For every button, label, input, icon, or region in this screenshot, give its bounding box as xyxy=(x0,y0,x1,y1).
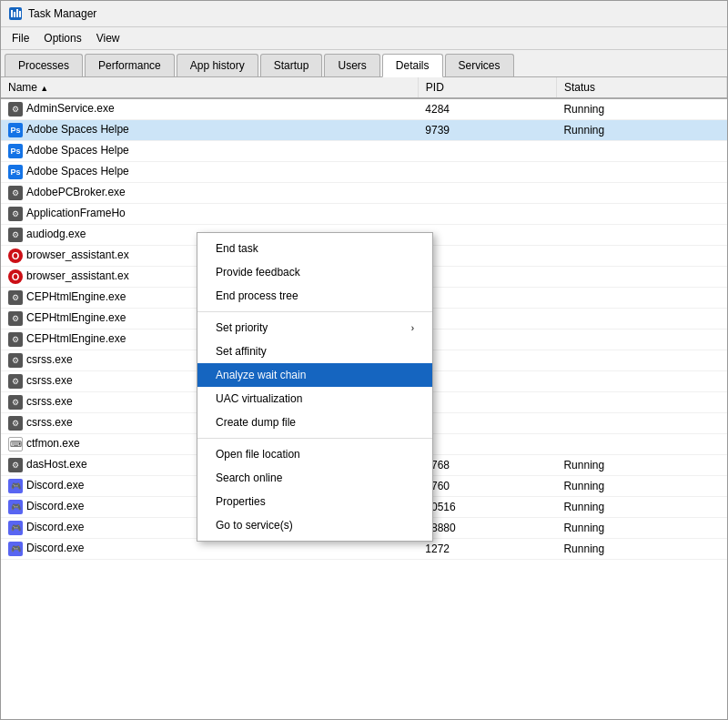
process-pid: 8768 xyxy=(418,455,556,476)
process-name-cell: PsAdobe Spaces Helpe xyxy=(1,162,418,183)
process-status xyxy=(556,288,726,309)
context-menu-item[interactable]: Create dump file xyxy=(197,411,432,434)
process-status: Running xyxy=(556,98,726,120)
table-row[interactable]: ⚙AdminService.exe4284Running xyxy=(1,98,727,120)
menu-file[interactable]: File xyxy=(5,29,36,47)
process-icon: ⚙ xyxy=(8,353,23,368)
context-menu-item[interactable]: Open file location xyxy=(197,442,432,466)
process-name: CEPHtmlEngine.exe xyxy=(26,290,126,303)
process-pid xyxy=(418,267,556,288)
context-menu-item[interactable]: End task xyxy=(197,237,432,260)
context-menu-item[interactable]: UAC virtualization xyxy=(197,387,432,411)
tab-users[interactable]: Users xyxy=(324,54,379,76)
submenu-arrow-icon: › xyxy=(411,323,414,333)
process-icon: 🎮 xyxy=(8,542,23,556)
context-menu-item-label: Provide feedback xyxy=(216,266,300,279)
tab-processes[interactable]: Processes xyxy=(5,54,83,76)
process-icon: ⚙ xyxy=(8,228,23,242)
sort-indicator: ▲ xyxy=(40,84,48,93)
context-menu-item[interactable]: Search online xyxy=(197,466,432,490)
context-menu-item-label: Properties xyxy=(216,495,266,508)
context-menu-item-label: Create dump file xyxy=(216,416,296,429)
svg-rect-3 xyxy=(16,9,18,17)
menu-bar: File Options View xyxy=(1,27,727,50)
col-status[interactable]: Status xyxy=(556,77,726,98)
process-icon: ⚙ xyxy=(8,311,23,326)
process-pid xyxy=(418,371,556,392)
svg-rect-4 xyxy=(19,11,21,17)
process-name-cell: ⚙AdobePCBroker.exe xyxy=(1,183,418,204)
process-status xyxy=(556,204,726,225)
context-menu-item-label: End process tree xyxy=(216,289,298,302)
process-pid xyxy=(418,183,556,204)
col-name[interactable]: Name ▲ xyxy=(1,77,418,98)
process-status xyxy=(556,434,726,455)
process-name-cell: PsAdobe Spaces Helpe xyxy=(1,120,418,141)
process-name: AdobePCBroker.exe xyxy=(26,186,126,198)
title-bar-title: Task Manager xyxy=(28,7,96,20)
context-menu-item[interactable]: End process tree xyxy=(197,284,432,308)
process-name-cell: ⚙ApplicationFrameHo xyxy=(1,204,418,225)
process-name: csrss.exe xyxy=(26,353,73,366)
process-pid xyxy=(418,413,556,434)
task-manager-window: Task Manager File Options View Processes… xyxy=(0,0,728,720)
process-pid: 9739 xyxy=(418,120,556,141)
tab-performance[interactable]: Performance xyxy=(85,54,175,76)
table-row[interactable]: PsAdobe Spaces Helpe9739Running xyxy=(1,120,727,141)
menu-view[interactable]: View xyxy=(89,29,127,47)
process-name: CEPHtmlEngine.exe xyxy=(26,332,126,345)
context-menu-item[interactable]: Analyze wait chain xyxy=(197,363,432,387)
process-name: ctfmon.exe xyxy=(26,437,80,450)
context-menu-item[interactable]: Provide feedback xyxy=(197,260,432,284)
process-icon: O xyxy=(8,248,23,263)
process-pid xyxy=(418,330,556,350)
context-menu-item-label: UAC virtualization xyxy=(216,392,302,405)
tab-startup[interactable]: Startup xyxy=(260,54,323,76)
process-pid xyxy=(418,141,556,162)
process-pid xyxy=(418,350,556,371)
process-name: audiodg.exe xyxy=(26,228,86,240)
table-row[interactable]: ⚙AdobePCBroker.exe xyxy=(1,183,727,204)
process-pid: 9760 xyxy=(418,476,556,497)
process-icon: ⌨ xyxy=(8,437,23,451)
svg-rect-2 xyxy=(14,12,15,17)
context-menu-item[interactable]: Set affinity xyxy=(197,340,432,363)
process-pid xyxy=(418,309,556,330)
context-menu-item[interactable]: Set priority› xyxy=(197,316,432,340)
process-name: csrss.exe xyxy=(26,416,73,429)
table-row[interactable]: ⚙ApplicationFrameHo xyxy=(1,204,727,225)
process-name: csrss.exe xyxy=(26,374,73,387)
context-menu-item[interactable]: Properties xyxy=(197,490,432,513)
process-pid xyxy=(418,225,556,246)
process-icon: ⚙ xyxy=(8,458,23,472)
tab-app-history[interactable]: App history xyxy=(177,54,258,76)
process-icon: 🎮 xyxy=(8,521,23,535)
process-name: Discord.exe xyxy=(26,479,84,492)
process-name: dasHost.exe xyxy=(26,458,87,471)
process-status: Running xyxy=(556,455,726,476)
table-row[interactable]: PsAdobe Spaces Helpe xyxy=(1,162,727,183)
process-name: browser_assistant.ex xyxy=(26,269,129,282)
process-icon: Ps xyxy=(8,123,23,137)
process-name-cell: ⚙AdminService.exe xyxy=(1,98,418,120)
context-menu-item-label: Analyze wait chain xyxy=(216,369,306,381)
process-name: csrss.exe xyxy=(26,395,73,408)
process-pid: 10516 xyxy=(418,497,556,518)
process-pid xyxy=(418,162,556,183)
process-icon: ⚙ xyxy=(8,332,23,347)
process-name-cell: PsAdobe Spaces Helpe xyxy=(1,141,418,162)
table-row[interactable]: PsAdobe Spaces Helpe xyxy=(1,141,727,162)
process-icon: ⚙ xyxy=(8,395,23,410)
process-pid xyxy=(418,204,556,225)
col-pid[interactable]: PID xyxy=(418,77,556,98)
table-header-row: Name ▲ PID Status xyxy=(1,77,727,98)
tab-services[interactable]: Services xyxy=(445,54,514,76)
svg-rect-1 xyxy=(11,10,13,17)
tab-details[interactable]: Details xyxy=(382,54,443,77)
context-menu-item-label: Go to service(s) xyxy=(216,519,293,532)
process-icon: ⚙ xyxy=(8,416,23,431)
context-menu-item[interactable]: Go to service(s) xyxy=(197,513,432,537)
title-bar-icon xyxy=(8,6,23,21)
process-icon: O xyxy=(8,269,23,284)
menu-options[interactable]: Options xyxy=(36,29,88,47)
